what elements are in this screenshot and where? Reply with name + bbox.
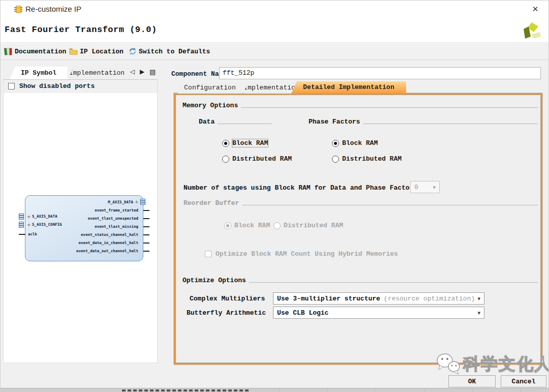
port-pin-stub <box>143 210 149 211</box>
butterfly-arithmetic-dropdown[interactable]: Use CLB Logic ▾ <box>273 307 484 319</box>
data-block-ram-radio[interactable]: Block RAM <box>222 139 268 147</box>
show-disabled-ports-row: Show disabled ports <box>4 80 157 93</box>
axi-interface-icon <box>19 214 24 220</box>
phase-block-ram-radio[interactable]: Block RAM <box>332 139 378 147</box>
optimize-options-title: Optimize Options <box>182 277 246 284</box>
butterfly-arithmetic-value: Use CLB Logic <box>277 309 328 317</box>
toolbar: Documentation IP Location Switch to Defa… <box>1 43 548 60</box>
window-title: Re-customize IP <box>25 5 81 13</box>
refresh-icon <box>129 47 137 55</box>
tab-implementation-left-label: Implementation <box>69 69 125 77</box>
data-block-ram-label: Block RAM <box>232 139 268 147</box>
tab-configuration[interactable]: Configuration <box>177 82 242 94</box>
expand-plus-icon[interactable]: + <box>27 222 31 227</box>
radio-selected-icon <box>222 140 229 147</box>
phase-distributed-ram-label: Distributed RAM <box>342 155 402 163</box>
radio-icon <box>332 156 339 163</box>
documentation-label: Documentation <box>15 48 66 55</box>
port-pin-stub <box>143 243 149 244</box>
clipped-background-strip <box>1 388 549 392</box>
stages-dropdown[interactable]: 0 ▾ <box>410 181 440 193</box>
tab-ip-symbol[interactable]: IP Symbol <box>10 67 68 79</box>
phase-factors-subsection: Phase Factors <box>309 118 538 126</box>
radio-icon <box>222 156 229 163</box>
port-m-axis-data: M_AXIS_DATA <box>108 200 133 204</box>
ip-location-button[interactable]: IP Location <box>69 46 124 56</box>
component-name-input[interactable]: fft_512p <box>219 67 541 79</box>
expand-plus-icon[interactable]: + <box>27 214 31 219</box>
tab-scroll-right-icon[interactable]: ▶ <box>140 68 144 75</box>
ip-header: Fast Fourier Transform (9.0) <box>1 18 548 43</box>
port-event-status-channel-halt: event_status_channel_halt <box>81 232 138 237</box>
tab-detailed-implementation-label: Detailed Implementation <box>303 83 394 91</box>
phase-factors-title: Phase Factors <box>309 118 360 126</box>
hybrid-memories-label: Optimize Block RAM Count Using Hybrid Me… <box>216 250 398 258</box>
port-event-tlast-missing: event_tlast_missing <box>95 224 138 229</box>
detailed-implementation-panel: Memory Options Data Phase Factors Block … <box>174 93 542 365</box>
ok-button[interactable]: OK <box>448 375 496 387</box>
cancel-button[interactable]: Cancel <box>501 375 546 387</box>
tab-implementation-main-label: Implementation <box>243 84 299 92</box>
radio-disabled-icon <box>273 222 281 229</box>
stages-value: 0 <box>414 184 418 191</box>
stages-label: Number of stages using Block RAM for Dat… <box>184 184 417 192</box>
chevron-down-icon: ▾ <box>477 295 480 302</box>
optimize-options-section: Optimize Options <box>182 277 538 284</box>
complex-multipliers-dropdown[interactable]: Use 3-multiplier structure (resource opt… <box>273 292 484 305</box>
data-subsection: Data <box>199 118 272 126</box>
complex-multipliers-value: Use 3-multiplier structure <box>277 295 380 303</box>
tab-ip-symbol-label: IP Symbol <box>21 69 56 77</box>
ip-title: Fast Fourier Transform (9.0) <box>5 25 157 35</box>
data-distributed-ram-radio[interactable]: Distributed RAM <box>222 155 292 163</box>
port-s-axis-data: S_AXIS_DATA <box>32 214 57 219</box>
reorder-buffer-title: Reorder Buffer <box>184 199 239 207</box>
data-distributed-ram-label: Distributed RAM <box>232 155 292 163</box>
wechat-icon <box>434 351 463 377</box>
port-event-data-in-channel-halt: event_data_in_channel_halt <box>79 240 138 245</box>
watermark-text: 科学文化人 <box>463 353 549 376</box>
memory-options-title: Memory Options <box>182 102 238 109</box>
complex-multipliers-label: Complex Multipliers <box>190 295 265 303</box>
chevron-down-icon: ▾ <box>477 310 480 316</box>
books-icon <box>4 47 13 56</box>
title-bar: Re-customize IP ✕ <box>1 1 548 18</box>
reorder-block-ram-radio: Block RAM <box>224 222 270 229</box>
documentation-button[interactable]: Documentation <box>4 46 66 56</box>
port-pin-stub <box>143 226 149 227</box>
chevron-down-icon: ▾ <box>433 184 436 191</box>
phase-distributed-ram-radio[interactable]: Distributed RAM <box>332 155 402 163</box>
tab-configuration-label: Configuration <box>184 84 235 92</box>
show-disabled-ports-checkbox[interactable] <box>8 83 15 89</box>
expand-plus-icon[interactable]: + <box>135 199 139 204</box>
port-aclk: aclk <box>28 232 37 236</box>
xilinx-logo-icon <box>520 20 541 42</box>
hybrid-memories-checkbox-row: Optimize Block RAM Count Using Hybrid Me… <box>205 250 398 258</box>
reorder-distributed-ram-label: Distributed RAM <box>284 222 343 229</box>
tab-detailed-implementation[interactable]: Detailed Implementation <box>291 81 406 94</box>
watermark: 科学文化人 <box>434 351 549 377</box>
tab-implementation-main[interactable]: Implementation <box>243 82 300 94</box>
butterfly-arithmetic-label: Butterfly Arithmetic <box>187 309 266 317</box>
switch-to-defaults-button[interactable]: Switch to Defaults <box>129 46 210 56</box>
port-s-axis-config: S_AXIS_CONFIG <box>32 222 62 227</box>
reorder-distributed-ram-radio: Distributed RAM <box>273 222 343 229</box>
clipped-text-fragment <box>122 389 250 392</box>
tab-implementation-left[interactable]: Implementation <box>68 67 126 79</box>
data-title: Data <box>199 118 215 126</box>
port-event-data-out-channel-halt: event_data_out_channel_halt <box>76 249 138 253</box>
folder-icon <box>69 48 78 55</box>
ip-location-label: IP Location <box>80 48 124 55</box>
recustomize-ip-dialog: Re-customize IP ✕ Fast Fourier Transform… <box>0 0 549 392</box>
port-event-tlast-unexpected: event_tlast_unexpected <box>88 216 138 221</box>
port-pin-stub <box>19 234 25 235</box>
reorder-buffer-section: Reorder Buffer <box>184 199 538 207</box>
ip-chip-icon <box>14 5 23 14</box>
reorder-block-ram-label: Block RAM <box>234 222 270 229</box>
phase-block-ram-label: Block RAM <box>342 139 378 147</box>
radio-selected-icon <box>332 140 339 147</box>
close-icon[interactable]: ✕ <box>530 4 540 14</box>
tab-scroll-left-icon[interactable]: ◁ <box>130 68 135 75</box>
tab-list-icon[interactable]: ▤ <box>149 68 156 76</box>
port-event-frame-started: event_frame_started <box>95 208 138 213</box>
hybrid-memories-checkbox <box>205 251 211 257</box>
